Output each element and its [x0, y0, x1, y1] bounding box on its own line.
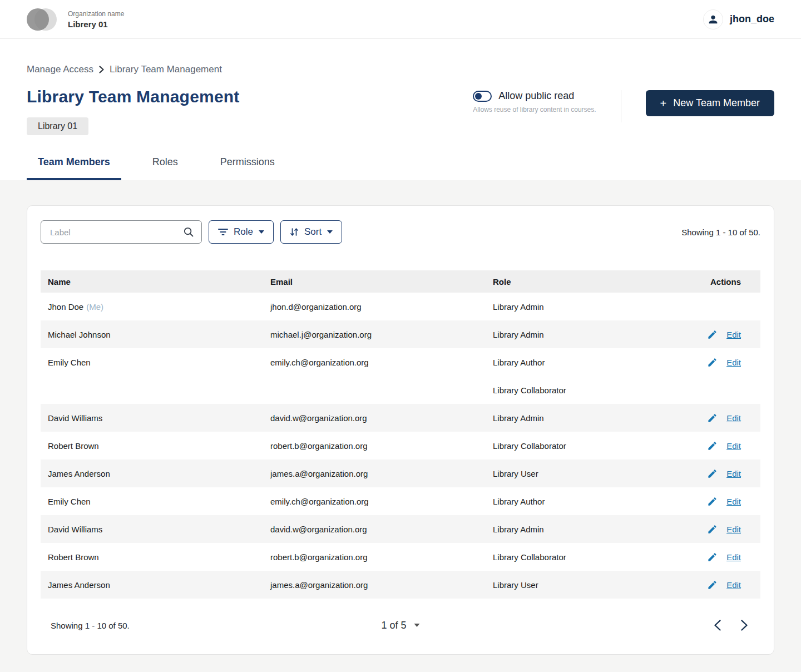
caret-down-icon [414, 624, 420, 627]
member-email: david.w@organization.org [270, 515, 486, 543]
person-icon [707, 13, 719, 26]
member-email-cell: robert.b@organization.org [263, 543, 486, 571]
edit-link[interactable]: Edit [726, 580, 741, 590]
edit-pencil-icon[interactable] [707, 441, 718, 451]
member-name: David Williams [48, 413, 102, 423]
organization-label: Organization name [68, 10, 124, 18]
member-role-cell: Library Collaborator [486, 432, 669, 459]
username: jhon_doe [730, 13, 774, 25]
member-role: Library Collaborator [493, 432, 669, 459]
edit-pencil-icon[interactable] [707, 357, 718, 368]
member-name: Emily Chen [48, 497, 91, 506]
edit-link[interactable]: Edit [726, 358, 741, 367]
member-email-cell: emily.ch@organization.org [263, 487, 486, 515]
search-input[interactable] [41, 220, 202, 244]
edit-link[interactable]: Edit [726, 441, 741, 451]
member-email: michael.j@organization.org [270, 320, 486, 348]
search-icon[interactable] [183, 226, 194, 238]
member-actions-cell: Edit [669, 432, 760, 459]
breadcrumb: Manage Access Library Team Management [27, 39, 774, 75]
edit-link[interactable]: Edit [726, 497, 741, 506]
member-actions-cell: Edit [669, 459, 760, 487]
member-email-cell: michael.j@organization.org [263, 320, 486, 348]
edit-pencil-icon[interactable] [707, 468, 718, 479]
tab-team-members[interactable]: Team Members [27, 156, 121, 180]
edit-link[interactable]: Edit [726, 469, 741, 478]
member-email-cell: robert.b@organization.org [263, 432, 486, 459]
table-header-row: Name Email Role Actions [41, 270, 760, 293]
pagination-footer: Showing 1 - 10 of 50. 1 of 5 [41, 613, 760, 638]
avatar[interactable] [703, 9, 723, 29]
tab-bar: Team Members Roles Permissions [27, 156, 774, 180]
tab-permissions[interactable]: Permissions [209, 156, 286, 180]
page-body: Role Sort Showing 1 - 10 of 50. Name Ema… [0, 180, 801, 672]
filter-icon [218, 228, 228, 236]
public-read-help-text: Allows reuse of library content in cours… [473, 106, 596, 113]
breadcrumb-manage-access[interactable]: Manage Access [27, 64, 93, 75]
member-email: jhon.d@organization.org [270, 293, 486, 320]
column-header-name: Name [41, 270, 263, 293]
member-email: emily.ch@organization.org [270, 348, 486, 376]
public-read-label: Allow public read [498, 90, 574, 102]
edit-link[interactable]: Edit [726, 552, 741, 562]
member-name: Jhon Doe [48, 302, 83, 312]
table-body: Jhon Doe(Me) jhon.d@organization.org Lib… [41, 293, 760, 599]
member-email: robert.b@organization.org [270, 543, 486, 571]
member-role: Library User [493, 459, 669, 487]
member-name-cell: Robert Brown [41, 432, 263, 459]
edit-link[interactable]: Edit [726, 413, 741, 423]
title-row: Library Team Management Library 01 Allow… [27, 87, 774, 135]
page-indicator: 1 of 5 [381, 620, 406, 631]
member-role-cell: Library Collaborator [486, 543, 669, 571]
edit-pencil-icon[interactable] [707, 552, 718, 562]
edit-link[interactable]: Edit [726, 330, 741, 339]
member-email-cell: david.w@organization.org [263, 515, 486, 543]
table-row: James Anderson james.a@organization.org … [41, 459, 760, 487]
member-role-cell: Library Admin [486, 293, 669, 320]
edit-pencil-icon[interactable] [707, 524, 718, 535]
role-filter-button[interactable]: Role [209, 220, 274, 244]
edit-link[interactable]: Edit [726, 525, 741, 534]
me-badge: (Me) [86, 302, 103, 312]
team-members-table: Name Email Role Actions Jhon Doe(Me) jho… [41, 270, 760, 599]
member-role-cell: Library Admin [486, 515, 669, 543]
edit-pencil-icon[interactable] [707, 413, 718, 423]
member-email-cell: david.w@organization.org [263, 404, 486, 432]
public-read-toggle-group: Allow public read Allows reuse of librar… [473, 90, 596, 113]
edit-pencil-icon[interactable] [707, 329, 718, 340]
breadcrumb-current: Library Team Management [110, 64, 222, 75]
table-row: Robert Brown robert.b@organization.org L… [41, 543, 760, 571]
member-actions-cell [669, 293, 760, 320]
edit-pencil-icon[interactable] [707, 496, 718, 507]
member-actions-cell: Edit [669, 320, 760, 348]
table-row: David Williams david.w@organization.org … [41, 404, 760, 432]
member-actions-cell: Edit [669, 543, 760, 571]
member-email: james.a@organization.org [270, 571, 486, 599]
member-name: Robert Brown [48, 441, 99, 451]
new-team-member-button[interactable]: + New Team Member [646, 90, 774, 116]
member-name-cell: Robert Brown [41, 543, 263, 571]
organization-name: Librery 01 [68, 19, 124, 29]
member-role: Library Collaborator [493, 376, 669, 404]
member-email-cell: james.a@organization.org [263, 459, 486, 487]
previous-page-button[interactable] [714, 619, 721, 631]
member-email: emily.ch@organization.org [270, 487, 486, 515]
sort-button[interactable]: Sort [280, 220, 342, 244]
next-page-button[interactable] [740, 619, 748, 631]
tab-roles[interactable]: Roles [141, 156, 189, 180]
showing-count-top: Showing 1 - 10 of 50. [681, 228, 760, 237]
search-box [41, 220, 202, 244]
toggle-icon[interactable] [473, 91, 492, 102]
member-email-cell: james.a@organization.org [263, 571, 486, 599]
member-actions-cell: Edit [669, 571, 760, 599]
public-read-toggle[interactable]: Allow public read [473, 90, 596, 102]
member-email: james.a@organization.org [270, 459, 486, 487]
sort-label: Sort [304, 226, 322, 238]
page-header: Manage Access Library Team Management Li… [0, 39, 801, 180]
member-name-cell: James Anderson [41, 459, 263, 487]
member-actions-cell: Edit [669, 404, 760, 432]
edit-pencil-icon[interactable] [707, 580, 718, 590]
table-row: Robert Brown robert.b@organization.org L… [41, 432, 760, 459]
user-menu[interactable]: jhon_doe [703, 9, 774, 29]
page-indicator-dropdown[interactable]: 1 of 5 [381, 620, 419, 631]
